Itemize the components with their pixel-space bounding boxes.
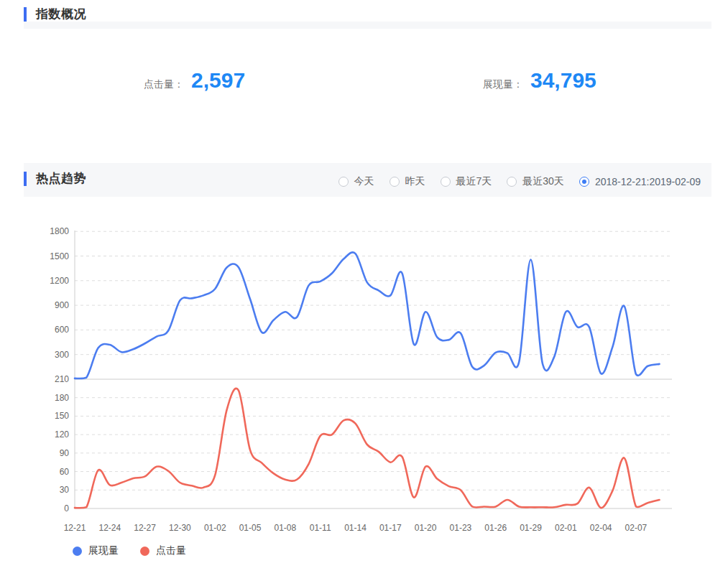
clicks-stat-value: 2,597 — [191, 70, 245, 91]
svg-text:01-26: 01-26 — [484, 523, 507, 533]
svg-text:12-21: 12-21 — [64, 523, 86, 533]
svg-text:30: 30 — [60, 485, 70, 495]
svg-text:02-04: 02-04 — [590, 523, 612, 533]
svg-text:01-08: 01-08 — [275, 523, 297, 533]
radio-daterange[interactable]: 2018-12-21:2019-02-09 — [579, 176, 701, 187]
trend-header: 热点趋势 — [24, 170, 86, 187]
svg-text:210: 210 — [55, 374, 69, 384]
overview-header: 指数概况 — [24, 6, 86, 22]
svg-text:1800: 1800 — [50, 226, 69, 236]
clicks-stat-label: 点击量： — [144, 78, 184, 91]
radio-last30days[interactable]: 最近30天 — [507, 175, 564, 188]
trend-title: 热点趋势 — [36, 170, 86, 187]
legend-impressions[interactable]: 展现量 — [73, 544, 119, 557]
svg-text:01-29: 01-29 — [520, 523, 542, 533]
chart-legend: 展现量 点击量 — [73, 544, 186, 557]
svg-text:02-01: 02-01 — [555, 523, 577, 533]
radio-circle-icon[interactable] — [338, 177, 349, 187]
accent-bar — [24, 7, 27, 22]
svg-text:1500: 1500 — [50, 251, 69, 261]
svg-text:900: 900 — [55, 300, 69, 310]
radio-today[interactable]: 今天 — [338, 175, 374, 188]
analytics-page: 1800150012009006003002101801501209060300… — [0, 0, 728, 581]
svg-text:180: 180 — [55, 393, 69, 403]
svg-text:300: 300 — [55, 350, 69, 360]
accent-bar — [24, 172, 27, 186]
radio-selected-icon[interactable] — [579, 177, 589, 187]
date-filter-group: 今天 昨天 最近7天 最近30天 2018-12-21:2019-02-09 — [338, 175, 701, 188]
svg-text:1200: 1200 — [50, 276, 69, 286]
trend-chart[interactable]: 1800150012009006003002101801501209060300… — [0, 0, 728, 581]
svg-text:0: 0 — [64, 503, 69, 513]
svg-text:01-17: 01-17 — [379, 523, 402, 533]
svg-text:12-27: 12-27 — [134, 523, 156, 533]
overview-title: 指数概况 — [36, 6, 86, 22]
svg-text:12-24: 12-24 — [98, 523, 121, 533]
svg-text:150: 150 — [55, 411, 69, 421]
svg-text:01-23: 01-23 — [450, 523, 472, 533]
header-divider-strip — [24, 22, 711, 29]
svg-text:01-20: 01-20 — [415, 523, 437, 533]
clicks-stat: 点击量： 2,597 — [144, 70, 245, 91]
svg-text:600: 600 — [55, 325, 69, 335]
impressions-stat-label: 展现量： — [483, 78, 523, 91]
svg-text:120: 120 — [55, 429, 69, 440]
legend-clicks[interactable]: 点击量 — [140, 544, 186, 557]
svg-text:60: 60 — [60, 467, 70, 477]
svg-text:90: 90 — [60, 448, 70, 458]
radio-last7days[interactable]: 最近7天 — [441, 175, 492, 188]
radio-yesterday[interactable]: 昨天 — [390, 175, 425, 188]
svg-text:02-07: 02-07 — [625, 523, 648, 533]
radio-circle-icon[interactable] — [507, 177, 517, 187]
radio-circle-icon[interactable] — [441, 177, 451, 187]
svg-text:01-05: 01-05 — [239, 523, 262, 533]
radio-circle-icon[interactable] — [390, 177, 400, 187]
svg-text:01-14: 01-14 — [344, 523, 367, 533]
svg-text:01-02: 01-02 — [204, 523, 226, 533]
svg-text:01-11: 01-11 — [310, 523, 331, 533]
legend-dot-icon — [140, 547, 149, 556]
legend-dot-icon — [73, 547, 82, 556]
svg-text:12-30: 12-30 — [169, 523, 191, 533]
impressions-stat: 展现量： 34,795 — [483, 70, 596, 91]
impressions-stat-value: 34,795 — [530, 70, 596, 91]
